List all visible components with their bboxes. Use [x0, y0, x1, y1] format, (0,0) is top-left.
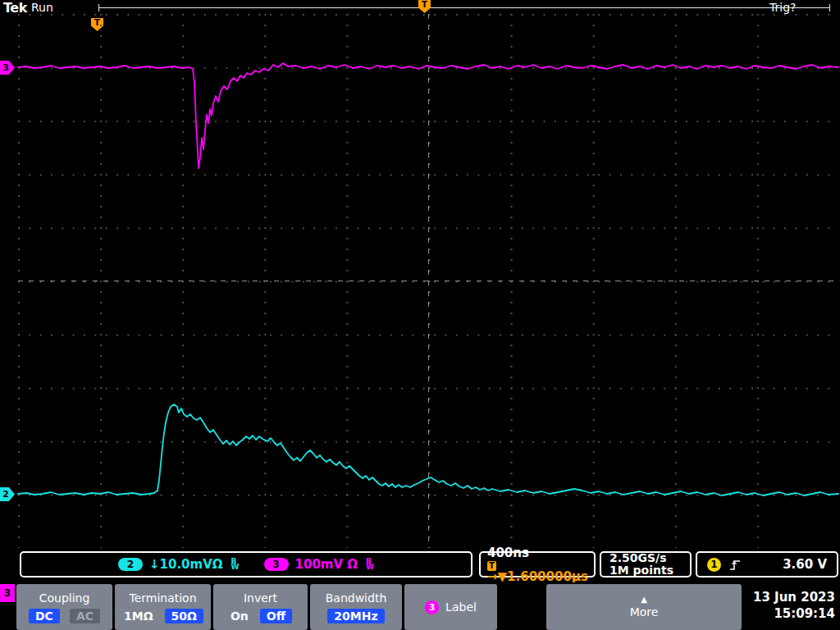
menu-channel-tab: 3	[0, 584, 15, 602]
timebase-readout: 400ns	[487, 547, 529, 559]
graticule	[18, 14, 839, 548]
invert-off-option[interactable]: Off	[260, 609, 292, 623]
trigger-source-badge: 1	[707, 558, 721, 572]
ch3-bandwidth-limit-icon: BW	[366, 559, 374, 570]
bandwidth-label: Bandwidth	[326, 591, 387, 605]
datetime-display: 13 Jun 2023 15:09:14	[753, 589, 835, 622]
label-button-text: Label	[445, 600, 477, 614]
termination-menu-button[interactable]: Termination 1MΩ 50Ω	[115, 584, 211, 630]
graticule-center-horizontal-line	[18, 281, 839, 281]
more-button-text: More	[630, 605, 659, 619]
invert-menu-button[interactable]: Invert On Off	[213, 584, 308, 630]
ch3-position-marker[interactable]: 3	[0, 61, 15, 75]
record-view-right-tick	[829, 4, 830, 11]
coupling-label: Coupling	[39, 591, 90, 605]
record-length-readout: 1M points	[609, 564, 673, 577]
trigger-level-readout: 3.60 V	[783, 557, 827, 572]
more-menu-button[interactable]: ▲ More	[546, 584, 742, 630]
acquisition-status: Run	[31, 1, 53, 14]
acquisition-readout-box: 2.50GS/s 1M points	[600, 551, 692, 578]
label-menu-button[interactable]: 3 Label	[404, 584, 497, 630]
horizontal-readout-box: 400ns T→▼1.600000µs	[479, 551, 596, 578]
ch3-scale-readout: 100mV Ω	[295, 557, 358, 572]
bandwidth-20mhz-option[interactable]: 20MHz	[327, 609, 384, 623]
sample-rate-readout: 2.50GS/s	[609, 552, 667, 564]
more-up-arrow-icon: ▲	[641, 596, 647, 604]
horizontal-delay-readout: T→▼1.600000µs	[487, 559, 594, 582]
label-channel-badge: 3	[425, 600, 439, 614]
invert-label: Invert	[244, 591, 277, 605]
coupling-ac-option[interactable]: AC	[70, 609, 100, 623]
ch2-badge: 2	[118, 558, 143, 571]
invert-on-option[interactable]: On	[229, 609, 250, 623]
bottom-menu-bar: 3 Coupling DC AC Termination 1MΩ 50Ω Inv…	[0, 582, 840, 630]
channel-readouts-box: 2 ↓10.0mVΩ BW 3 100mV Ω BW	[20, 551, 472, 578]
record-view-bar	[98, 7, 830, 8]
ch2-bandwidth-limit-icon: BW	[231, 559, 240, 570]
rising-edge-icon	[729, 559, 742, 571]
coupling-dc-option[interactable]: DC	[29, 609, 60, 623]
coupling-menu-button[interactable]: Coupling DC AC	[16, 584, 112, 630]
termination-1mohm-option[interactable]: 1MΩ	[122, 609, 155, 623]
termination-50ohm-option[interactable]: 50Ω	[165, 609, 203, 623]
ch3-badge: 3	[264, 558, 289, 571]
ch2-position-marker[interactable]: 2	[0, 487, 15, 501]
bandwidth-menu-button[interactable]: Bandwidth 20MHz	[310, 584, 402, 630]
date-display: 13 Jun 2023	[753, 589, 835, 605]
time-display: 15:09:14	[753, 605, 835, 622]
trigger-readout-box: 1 3.60 V	[696, 551, 838, 578]
termination-label: Termination	[129, 591, 196, 605]
trigger-position-marker-icon[interactable]: T	[418, 0, 431, 13]
record-view-left-tick	[98, 4, 99, 11]
ch2-scale-readout: ↓10.0mVΩ	[149, 557, 223, 572]
